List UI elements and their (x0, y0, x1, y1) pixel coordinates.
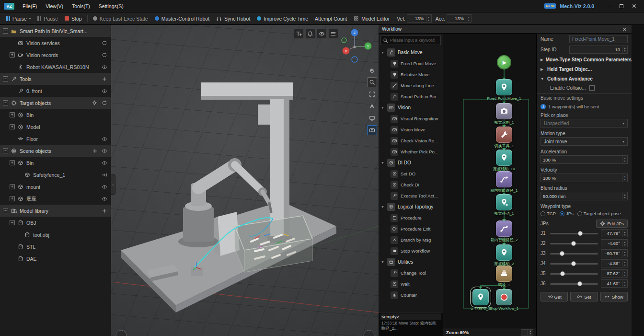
workflow-node-1[interactable] (496, 266, 512, 282)
edit-jps-button[interactable]: Edit JPs (596, 220, 628, 228)
gear-icon[interactable] (91, 100, 98, 105)
expander-plus-icon[interactable]: + (10, 52, 15, 58)
slider-handle[interactable] (578, 231, 583, 236)
log-selection[interactable]: <empty> (380, 313, 441, 320)
step-category-di-do[interactable]: ▼DI DO (379, 157, 443, 168)
sidebar-item-0-front[interactable]: 0. front (0, 85, 111, 97)
step-item-relative-move[interactable]: Relative Move (379, 69, 443, 80)
plus-icon[interactable] (91, 148, 98, 154)
sidebar-item-vision-services[interactable]: Vision services (0, 37, 111, 49)
zoom-select-button[interactable] (367, 77, 377, 87)
zoom-spinner[interactable]: ▲▼ (521, 329, 533, 336)
visibility-button[interactable] (317, 29, 327, 39)
spinner-arrows[interactable]: ▲▼ (622, 156, 627, 163)
orientation-gizmo[interactable]: Z Y X (331, 25, 378, 71)
joint-value-input[interactable]: 47.79°▲▼ (601, 229, 628, 237)
sidebar-item-vision-records[interactable]: +Vision records (0, 49, 111, 61)
step-item-change-tool[interactable]: Change Tool (379, 267, 443, 278)
slider-handle[interactable] (571, 241, 576, 246)
expander-plus-icon[interactable]: + (10, 184, 15, 189)
step-id-input[interactable]: 10 ▲▼ (569, 46, 628, 54)
refresh-icon[interactable] (101, 100, 108, 106)
spinner-arrows[interactable]: ▲▼ (622, 250, 627, 257)
sidebar-item-scene-objects[interactable]: −Scene objects (0, 145, 111, 157)
sidebar-item-item[interactable]: +底座 (0, 193, 111, 205)
sidebar-item-tools[interactable]: −Tools (0, 73, 111, 85)
expander-plus-icon[interactable]: + (10, 160, 15, 165)
sidebar-item-smart-path-in-bin-viz-smart[interactable]: −Smart Path in Bin/Viz_Smart... (0, 25, 111, 37)
enable-collision-checkbox[interactable] (589, 85, 595, 91)
master-control-robot-toggle[interactable]: Master-Control Robot (151, 15, 213, 23)
joint-value-input[interactable]: -4.60°▲▼ (601, 239, 628, 247)
sidebar-item-bin[interactable]: +Bin (0, 157, 111, 169)
eye-icon[interactable] (101, 160, 108, 166)
spinner-arrows[interactable]: ▲▼ (622, 240, 627, 247)
step-item-procedure[interactable]: Procedure (379, 212, 443, 223)
joint-value-input[interactable]: -87.62°▲▼ (601, 269, 628, 278)
pick-or-place-select[interactable]: Unspecified▾ (540, 119, 628, 127)
workflow-close-button[interactable] (621, 25, 628, 33)
fence-icon[interactable] (101, 172, 108, 178)
sidebar-item-model-library[interactable]: −Model library (0, 205, 111, 217)
step-item-stop-workflow[interactable]: Stop Workflow (379, 245, 443, 256)
workflow-header[interactable]: Workflow (379, 25, 632, 34)
step-item-wait[interactable]: Wait (379, 278, 443, 290)
step-item-move-along-line[interactable]: Move along Line (379, 80, 443, 91)
blend-radius-input[interactable]: 50.000 mm▲▼ (540, 192, 628, 200)
step-item-set-do[interactable]: Set DO (379, 168, 443, 179)
refresh-icon[interactable] (101, 40, 108, 46)
fit-view-button[interactable] (367, 89, 377, 99)
sidebar-item-robot-kawasaki-rs010n[interactable]: Robot KAWASAKI_RS010N (0, 61, 111, 73)
expander-minus-icon[interactable]: − (3, 208, 8, 213)
expander-plus-icon[interactable]: + (10, 124, 15, 129)
sidebar-item-dae[interactable]: DAE (0, 253, 111, 265)
step-name-input[interactable]: Fixed-Point Move_1 (569, 35, 628, 43)
pause-run-button[interactable]: Pause ▾ (3, 15, 34, 23)
spinner-arrows[interactable]: ▲▼ (622, 230, 627, 237)
slider-handle[interactable] (560, 251, 564, 256)
eye-icon[interactable] (101, 88, 108, 94)
menu-file-f[interactable]: File(F) (18, 2, 41, 11)
step-item-check-di[interactable]: Check DI (379, 179, 443, 190)
close-button[interactable] (628, 1, 640, 11)
step-item-vision-move[interactable]: Vision Move (379, 124, 443, 135)
step-category-logical-topology[interactable]: ▼Logical Topology (379, 201, 443, 212)
eye-icon[interactable] (101, 148, 108, 154)
sidebar-item-model[interactable]: +Model (0, 121, 111, 133)
workflow-node-1[interactable] (496, 171, 512, 187)
joint-slider[interactable] (550, 231, 598, 236)
spinner-arrows[interactable]: ▲▼ (622, 46, 627, 53)
chevron-down-icon[interactable]: ▾ (29, 17, 31, 21)
sidebar-item-obj[interactable]: −OBJ (0, 217, 111, 229)
spinner-arrows[interactable]: ▲▼ (622, 174, 627, 182)
slider-handle[interactable] (560, 271, 565, 276)
expander-plus-icon[interactable]: + (10, 112, 15, 117)
joint-value-input[interactable]: -90.78°▲▼ (601, 249, 628, 257)
keep-last-exec-toggle[interactable]: Keep Last Exec State (90, 15, 151, 23)
joint-value-input[interactable]: 41.60°▲▼ (601, 279, 628, 288)
spinner-arrows[interactable]: ▲▼ (466, 15, 471, 22)
workflow-start-button[interactable]: ▶ (497, 55, 511, 70)
acceleration-param-input[interactable]: 100 %▲▼ (540, 155, 628, 164)
screen-button[interactable] (367, 113, 377, 123)
sidebar-item-floor[interactable]: Floor (0, 133, 111, 145)
workflow-node-2[interactable] (496, 244, 512, 261)
step-item-fixed-point-move[interactable]: Fixed-Point Move (379, 58, 443, 69)
attempt-count-button[interactable]: Attempt Count (311, 15, 350, 23)
joint-slider[interactable] (550, 281, 598, 287)
expander-minus-icon[interactable]: − (3, 76, 8, 81)
joint-value-input[interactable]: -4.86°▲▼ (601, 259, 628, 267)
workflow-graph[interactable]: Zoom 69% ▲▼ ▶Fixed-Point Move_1视觉识别_1切换工… (443, 34, 537, 336)
eye-icon[interactable] (101, 184, 108, 190)
sidebar-item-bin[interactable]: +Bin (0, 109, 111, 121)
workflow-node-fixed-point-move-1[interactable] (496, 79, 512, 95)
spinner-arrows[interactable]: ▲▼ (622, 260, 627, 267)
workflow-node-2[interactable] (496, 220, 512, 237)
slider-handle[interactable] (571, 261, 576, 266)
sidebar-collapse-handle[interactable]: ‹ (111, 174, 115, 195)
joint-slider[interactable] (550, 241, 598, 246)
text-annotation-button[interactable] (294, 29, 304, 39)
radio-target-object-pose[interactable]: Target object pose (577, 211, 621, 216)
improve-cycle-time-toggle[interactable]: Improve Cycle Time (253, 15, 311, 23)
set-jps-button[interactable]: Set (570, 292, 598, 301)
